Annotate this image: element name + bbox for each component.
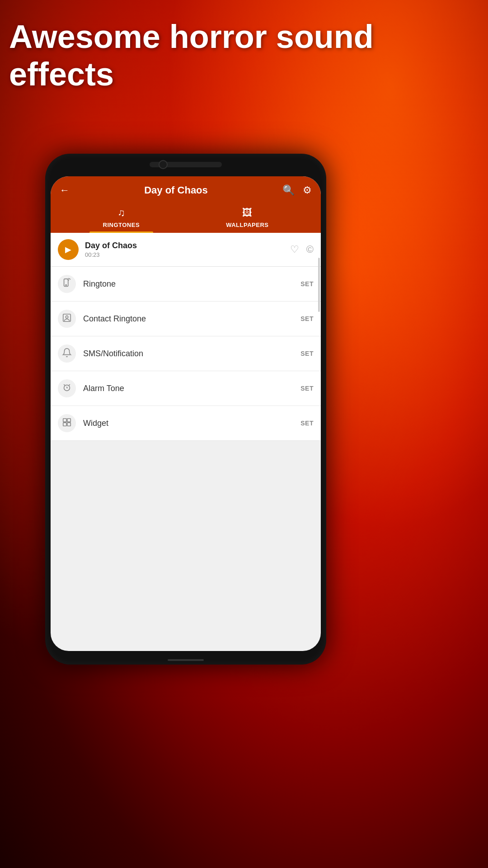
bell-icon	[62, 348, 72, 360]
list-item-contact-ringtone[interactable]: Contact Ringtone SET	[51, 302, 321, 336]
widget-icon	[62, 417, 72, 429]
phone-screen: ← Day of Chaos 🔍 ⚙ ♫ RINGTONES 🖼 WALLPAP…	[51, 176, 321, 651]
ringtones-tab-label: RINGTONES	[103, 222, 140, 228]
settings-icon[interactable]: ⚙	[303, 184, 312, 196]
hero-title: Awesome horror sound effects	[9, 18, 479, 93]
app-header: ← Day of Chaos 🔍 ⚙ ♫ RINGTONES 🖼 WALLPAP…	[51, 176, 321, 233]
sms-notification-icon-wrap	[58, 344, 76, 363]
now-playing-title: Day of Chaos	[85, 241, 284, 250]
search-icon[interactable]: 🔍	[282, 184, 295, 196]
scrollbar[interactable]	[318, 258, 320, 312]
ringtone-set-button[interactable]: SET	[300, 280, 314, 288]
copyright-icon[interactable]: ©	[306, 244, 314, 255]
phone-camera	[159, 160, 168, 169]
alarm-icon	[62, 382, 72, 395]
alarm-tone-set-button[interactable]: SET	[300, 385, 314, 392]
svg-point-3	[66, 316, 68, 318]
wallpapers-tab-icon: 🖼	[242, 207, 252, 219]
list-item-sms-notification[interactable]: SMS/Notification SET	[51, 336, 321, 371]
list-item-ringtone[interactable]: Ringtone SET	[51, 267, 321, 302]
contact-ringtone-label: Contact Ringtone	[83, 314, 293, 324]
sms-notification-label: SMS/Notification	[83, 349, 293, 359]
phone-frame: ← Day of Chaos 🔍 ⚙ ♫ RINGTONES 🖼 WALLPAP…	[45, 154, 326, 665]
ringtone-icon-wrap	[58, 275, 76, 293]
phone-home-indicator	[168, 659, 204, 661]
tabs-container: ♫ RINGTONES 🖼 WALLPAPERS	[60, 203, 312, 233]
widget-set-button[interactable]: SET	[300, 420, 314, 427]
svg-line-6	[69, 384, 70, 385]
svg-rect-10	[67, 422, 70, 425]
app-title: Day of Chaos	[144, 184, 208, 196]
svg-rect-9	[63, 422, 66, 425]
back-button[interactable]: ←	[60, 184, 70, 196]
svg-rect-8	[67, 418, 70, 421]
now-playing-row: ▶ Day of Chaos 00:23 ♡ ©	[51, 233, 321, 267]
ringtone-label: Ringtone	[83, 279, 293, 289]
widget-icon-wrap	[58, 414, 76, 432]
widget-label: Widget	[83, 419, 293, 428]
header-icons: 🔍 ⚙	[282, 184, 312, 196]
contact-ringtone-set-button[interactable]: SET	[300, 315, 314, 322]
list-item-alarm-tone[interactable]: Alarm Tone SET	[51, 371, 321, 406]
now-playing-info: Day of Chaos 00:23	[85, 241, 284, 258]
svg-point-1	[66, 284, 66, 285]
now-playing-actions: ♡ ©	[290, 244, 314, 255]
contact-ringtone-icon	[62, 313, 72, 325]
svg-rect-7	[63, 418, 66, 421]
header-top: ← Day of Chaos 🔍 ⚙	[60, 184, 312, 196]
list-item-widget[interactable]: Widget SET	[51, 406, 321, 441]
tab-ringtones[interactable]: ♫ RINGTONES	[89, 203, 154, 233]
ringtone-icon	[62, 278, 72, 290]
alarm-tone-label: Alarm Tone	[83, 384, 293, 393]
heart-icon[interactable]: ♡	[290, 244, 299, 255]
contact-ringtone-icon-wrap	[58, 310, 76, 328]
svg-line-5	[64, 384, 65, 385]
tab-wallpapers[interactable]: 🖼 WALLPAPERS	[212, 203, 282, 233]
alarm-tone-icon-wrap	[58, 379, 76, 397]
sms-notification-set-button[interactable]: SET	[300, 350, 314, 357]
ringtones-tab-icon: ♫	[117, 207, 125, 219]
wallpapers-tab-label: WALLPAPERS	[226, 222, 268, 228]
play-button[interactable]: ▶	[58, 239, 79, 260]
now-playing-duration: 00:23	[85, 251, 284, 258]
